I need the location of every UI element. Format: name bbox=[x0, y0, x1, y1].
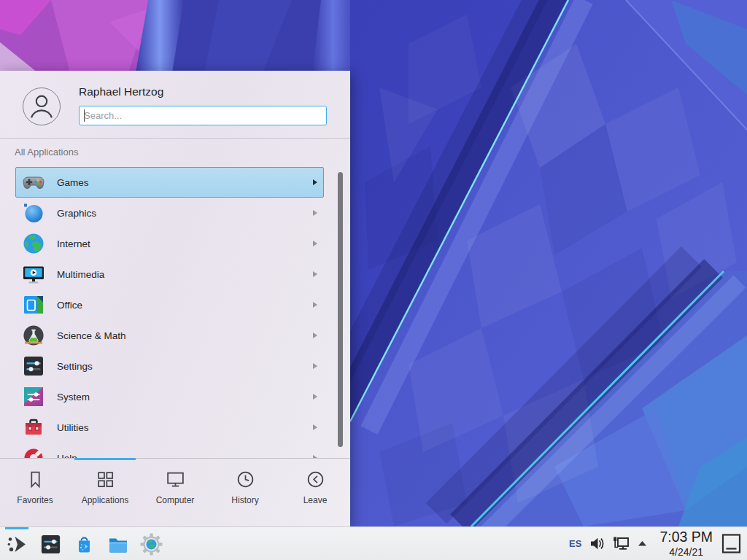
menu-item-graphics[interactable]: Graphics bbox=[15, 198, 324, 228]
search-box bbox=[79, 106, 327, 125]
user-avatar[interactable] bbox=[23, 88, 61, 125]
taskbar-discover[interactable] bbox=[71, 527, 96, 560]
taskbar-file-manager[interactable] bbox=[105, 527, 130, 560]
menu-item-office[interactable]: Office bbox=[15, 289, 324, 320]
clock-time: 7:03 PM bbox=[659, 530, 713, 545]
network-icon[interactable] bbox=[612, 535, 630, 552]
menu-item-science-math[interactable]: Science & Math bbox=[15, 320, 324, 351]
menu-item-label: Help bbox=[57, 453, 77, 459]
tab-history[interactable]: History bbox=[210, 459, 280, 526]
utilities-icon bbox=[22, 416, 45, 439]
internet-icon bbox=[22, 232, 45, 255]
menu-item-label: Utilities bbox=[57, 422, 89, 433]
taskbar-web-browser[interactable] bbox=[139, 527, 163, 560]
discover-icon bbox=[73, 533, 96, 556]
text-cursor bbox=[84, 109, 85, 122]
tab-computer[interactable]: Computer bbox=[140, 459, 210, 526]
tab-label: Favorites bbox=[17, 495, 53, 505]
tab-applications[interactable]: Applications bbox=[70, 459, 140, 526]
scrollbar-thumb[interactable] bbox=[338, 172, 343, 447]
systemsettings-icon bbox=[39, 533, 62, 556]
menu-item-help[interactable]: Help bbox=[15, 443, 324, 458]
applications-icon bbox=[96, 470, 115, 489]
settings-icon bbox=[22, 354, 45, 378]
submenu-arrow-icon bbox=[313, 210, 317, 216]
desktop: Raphael Hertzog All Applications GamesGr… bbox=[0, 0, 747, 560]
search-input[interactable] bbox=[80, 106, 326, 125]
menu-item-label: Settings bbox=[57, 361, 93, 372]
submenu-arrow-icon bbox=[313, 394, 317, 400]
favorites-icon bbox=[26, 470, 45, 489]
office-icon bbox=[22, 293, 45, 316]
task-manager bbox=[4, 527, 172, 560]
submenu-arrow-icon bbox=[313, 332, 317, 338]
taskbar-panel: ES 7:03 PM 4/24/21 bbox=[0, 526, 747, 560]
taskbar-application-launcher[interactable] bbox=[4, 527, 29, 560]
tab-label: Leave bbox=[303, 495, 328, 505]
menu-item-label: Graphics bbox=[57, 208, 96, 219]
tab-label: Computer bbox=[156, 495, 195, 505]
kde-launcher-icon bbox=[6, 533, 28, 556]
digital-clock[interactable]: 7:03 PM 4/24/21 bbox=[659, 530, 713, 557]
dolphin-icon bbox=[107, 533, 129, 556]
menu-item-settings[interactable]: Settings bbox=[15, 351, 324, 381]
menu-item-label: Internet bbox=[57, 238, 90, 249]
menu-item-games[interactable]: Games bbox=[15, 167, 324, 198]
show-desktop-button[interactable] bbox=[721, 533, 741, 554]
show-desktop-icon bbox=[721, 533, 741, 554]
taskbar-system-settings[interactable] bbox=[38, 527, 63, 560]
menu-item-label: System bbox=[57, 392, 90, 402]
submenu-arrow-icon bbox=[313, 271, 317, 277]
launcher-tab-bar: FavoritesApplicationsComputerHistoryLeav… bbox=[0, 458, 350, 526]
multimedia-icon bbox=[22, 262, 45, 286]
menu-item-label: Science & Math bbox=[57, 330, 126, 341]
help-icon bbox=[22, 446, 45, 458]
keyboard-layout-indicator[interactable]: ES bbox=[569, 538, 581, 549]
expand-tray-icon[interactable] bbox=[636, 537, 649, 550]
menu-item-internet[interactable]: Internet bbox=[15, 228, 324, 259]
system-icon bbox=[22, 385, 45, 408]
menu-item-utilities[interactable]: Utilities bbox=[15, 412, 324, 443]
games-icon bbox=[22, 171, 45, 194]
application-category-list: GamesGraphicsInternetMultimediaOfficeSci… bbox=[0, 167, 350, 458]
history-icon bbox=[236, 470, 255, 489]
science-icon bbox=[22, 324, 45, 347]
submenu-arrow-icon bbox=[313, 424, 317, 430]
computer-icon bbox=[166, 470, 185, 489]
clock-date: 4/24/21 bbox=[659, 547, 713, 557]
submenu-arrow-icon bbox=[313, 179, 317, 185]
submenu-arrow-icon bbox=[313, 241, 317, 246]
tab-label: Applications bbox=[82, 495, 129, 505]
launcher-header: Raphael Hertzog bbox=[0, 71, 350, 139]
application-launcher: Raphael Hertzog All Applications GamesGr… bbox=[0, 71, 350, 526]
graphics-icon bbox=[22, 201, 45, 225]
submenu-arrow-icon bbox=[313, 302, 317, 308]
menu-item-system[interactable]: System bbox=[15, 381, 324, 412]
leave-icon bbox=[306, 470, 325, 489]
volume-icon[interactable] bbox=[589, 535, 605, 552]
tab-favorites[interactable]: Favorites bbox=[0, 459, 70, 526]
menu-item-multimedia[interactable]: Multimedia bbox=[15, 259, 324, 289]
menu-item-label: Multimedia bbox=[57, 269, 104, 280]
submenu-arrow-icon bbox=[313, 363, 317, 369]
menu-item-label: Games bbox=[57, 177, 89, 188]
user-icon bbox=[36, 96, 47, 106]
active-tab-indicator bbox=[74, 458, 136, 460]
tab-label: History bbox=[231, 495, 258, 505]
tab-leave[interactable]: Leave bbox=[280, 459, 350, 526]
section-label: All Applications bbox=[15, 147, 350, 163]
menu-item-label: Office bbox=[57, 300, 82, 311]
active-task-indicator bbox=[5, 527, 28, 529]
user-name: Raphael Hertzog bbox=[79, 85, 163, 98]
system-tray: ES 7:03 PM 4/24/21 bbox=[569, 527, 741, 560]
konqueror-icon bbox=[140, 533, 163, 556]
